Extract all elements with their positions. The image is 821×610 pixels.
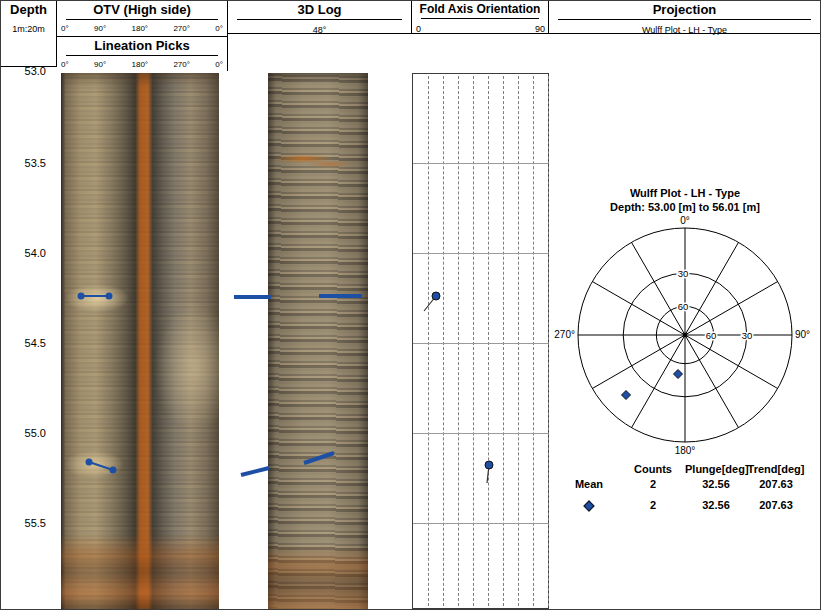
title-underline bbox=[66, 55, 218, 56]
header-lineation-picks: Lineation Picks 0°90°180°270°0° bbox=[57, 37, 228, 71]
azimuth-tick-label: 180° bbox=[131, 60, 148, 69]
depth-label: 54.0 bbox=[1, 247, 46, 259]
stereonet-spoke bbox=[592, 282, 777, 389]
depth-label: 54.5 bbox=[1, 337, 46, 349]
azimuth-tick-label: 0° bbox=[215, 60, 223, 69]
lineation-picks-title: Lineation Picks bbox=[57, 37, 227, 53]
stereonet-dip-label: 30 bbox=[742, 330, 753, 341]
depth-column-title: Depth bbox=[1, 1, 56, 17]
azimuth-tick-label: 90° bbox=[94, 24, 106, 33]
title-underline bbox=[237, 19, 402, 20]
stats-row-label: Mean bbox=[557, 477, 621, 492]
stats-counts-value: 2 bbox=[621, 498, 685, 513]
stereonet-azimuth-label: 180° bbox=[675, 445, 696, 456]
stats-column-header: Trend[deg] bbox=[747, 462, 805, 477]
fold-scale-max: 90 bbox=[535, 24, 545, 34]
lineation-azimuth-scale: 0°90°180°270°0° bbox=[57, 60, 227, 69]
stereonet-dip-label: 60 bbox=[706, 330, 717, 341]
stereonet-data-point[interactable] bbox=[622, 391, 631, 400]
stereonet-center-dot bbox=[683, 333, 687, 337]
depth-label: 55.0 bbox=[1, 427, 46, 439]
stereonet-ring bbox=[656, 306, 713, 363]
stereonet-ring bbox=[578, 228, 792, 442]
stereonet-data-point[interactable] bbox=[674, 370, 683, 379]
stats-counts-value: 2 bbox=[621, 477, 685, 492]
depth-label: 53.5 bbox=[1, 157, 46, 169]
3d-log-rotation-value: 48° bbox=[228, 25, 411, 35]
fold-grid-dashed-line bbox=[518, 76, 519, 606]
stereonet-spoke bbox=[632, 242, 739, 427]
stereonet-ring bbox=[623, 273, 747, 397]
diamond-marker bbox=[583, 500, 594, 511]
stats-column-header: Plunge[deg] bbox=[685, 462, 747, 477]
title-underline bbox=[66, 19, 218, 20]
title-underline bbox=[558, 19, 811, 20]
header-fold-axis-column: Fold Axis Orientation 0 90 bbox=[412, 1, 549, 34]
header-otv-column: OTV (High side) 0°90°180°270°0° bbox=[57, 1, 228, 37]
fold-grid-dashed-line bbox=[548, 76, 549, 606]
depth-gridline bbox=[413, 253, 548, 254]
depth-scale-ratio: 1m:20m bbox=[1, 24, 56, 34]
projection-column-title: Projection bbox=[549, 1, 820, 17]
fold-grid-dashed-line bbox=[533, 76, 534, 606]
core-3d-image-track[interactable] bbox=[268, 73, 368, 609]
fold-axis-scale: 0 90 bbox=[412, 24, 548, 34]
fold-axis-track[interactable] bbox=[412, 73, 549, 609]
fold-grid-dashed-line bbox=[428, 76, 429, 606]
stats-corner bbox=[557, 462, 621, 477]
depth-label: 55.5 bbox=[1, 517, 46, 529]
stats-plunge-value: 32.56 bbox=[685, 477, 747, 492]
header-projection-column: Projection Wulff Plot - LH - Type bbox=[549, 1, 820, 34]
stereonet-depth-range: Depth: 53.00 [m] to 56.01 [m] bbox=[565, 201, 805, 213]
header-depth-column: Depth 1m:20m bbox=[1, 1, 57, 67]
otv-azimuth-scale: 0°90°180°270°0° bbox=[57, 24, 227, 33]
depth-gridline bbox=[413, 163, 548, 164]
well-log-app: 53.053.554.054.555.055.5 306060300°180°2… bbox=[0, 0, 821, 610]
depth-gridline bbox=[413, 343, 548, 344]
depth-gridline bbox=[413, 523, 548, 524]
otv-image-track[interactable] bbox=[61, 73, 219, 609]
stats-plunge-value: 32.56 bbox=[685, 498, 747, 513]
depth-gridline bbox=[413, 433, 548, 434]
title-underline bbox=[421, 18, 539, 19]
azimuth-tick-label: 0° bbox=[61, 60, 69, 69]
stereonet-spoke bbox=[632, 242, 739, 427]
stats-symbol-cell bbox=[557, 498, 621, 513]
stereonet-spoke bbox=[592, 282, 777, 389]
core-pick-line[interactable] bbox=[241, 468, 269, 475]
stats-trend-value: 207.63 bbox=[747, 498, 805, 513]
stats-trend-value: 207.63 bbox=[747, 477, 805, 492]
fold-grid-dashed-line bbox=[488, 76, 489, 606]
stats-column-header: Counts bbox=[621, 462, 685, 477]
stereonet-title: Wulff Plot - LH - Type bbox=[565, 187, 805, 199]
projection-type-label: Wulff Plot - LH - Type bbox=[549, 25, 820, 35]
3d-log-column-title: 3D Log bbox=[228, 1, 411, 17]
stereonet-azimuth-label: 0° bbox=[680, 215, 690, 226]
header-3d-log-column: 3D Log 48° bbox=[228, 1, 412, 34]
azimuth-tick-label: 270° bbox=[173, 60, 190, 69]
azimuth-tick-label: 180° bbox=[131, 24, 148, 33]
fold-grid-dashed-line bbox=[473, 76, 474, 606]
stereonet-dip-label: 60 bbox=[678, 301, 689, 312]
azimuth-tick-label: 0° bbox=[215, 24, 223, 33]
fold-grid-dashed-line bbox=[503, 76, 504, 606]
azimuth-tick-label: 0° bbox=[61, 24, 69, 33]
azimuth-tick-label: 270° bbox=[173, 24, 190, 33]
stereonet-azimuth-label: 90° bbox=[795, 329, 810, 340]
stats-table: CountsPlunge[deg]Trend[deg]Mean232.56207… bbox=[557, 462, 805, 513]
otv-column-title: OTV (High side) bbox=[57, 1, 227, 17]
depth-track: 53.053.554.054.555.055.5 bbox=[1, 1, 49, 610]
fold-axis-column-title: Fold Axis Orientation bbox=[412, 1, 548, 16]
fold-grid-dashed-line bbox=[443, 76, 444, 606]
azimuth-tick-label: 90° bbox=[94, 60, 106, 69]
stereonet-azimuth-label: 270° bbox=[554, 329, 575, 340]
stereonet-dip-label: 30 bbox=[678, 268, 689, 279]
fold-grid-dashed-line bbox=[458, 76, 459, 606]
fold-scale-min: 0 bbox=[416, 24, 421, 34]
